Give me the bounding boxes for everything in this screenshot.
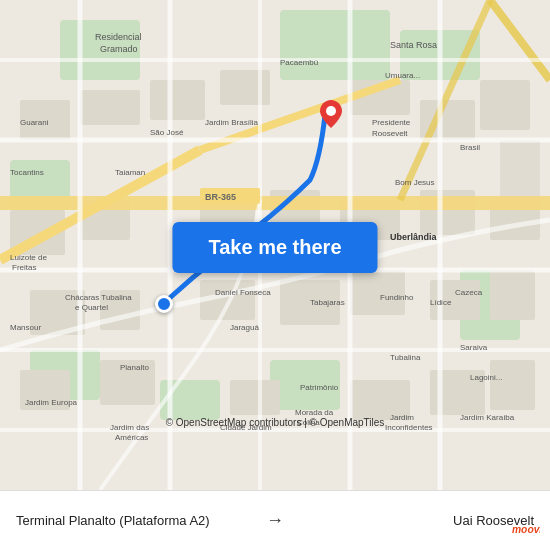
- svg-rect-34: [230, 380, 280, 415]
- svg-rect-12: [150, 80, 205, 120]
- svg-text:Jardim Brasília: Jardim Brasília: [205, 118, 258, 127]
- svg-text:Jaraguá: Jaraguá: [230, 323, 259, 332]
- svg-text:Planalto: Planalto: [120, 363, 149, 372]
- svg-text:Lídice: Lídice: [430, 298, 452, 307]
- svg-text:Daniel Fonseca: Daniel Fonseca: [215, 288, 271, 297]
- svg-text:Tocantins: Tocantins: [10, 168, 44, 177]
- svg-text:Saraiva: Saraiva: [460, 343, 488, 352]
- svg-text:Cazeca: Cazeca: [455, 288, 483, 297]
- svg-text:Chácaras Tubalina: Chácaras Tubalina: [65, 293, 132, 302]
- svg-text:Umuara...: Umuara...: [385, 71, 420, 80]
- bottom-bar: Terminal Planalto (Plataforma A2) → Uai …: [0, 490, 550, 550]
- destination-marker: [320, 100, 342, 128]
- svg-text:e Quartel: e Quartel: [75, 303, 108, 312]
- map-container: BR-365 Residencial Gramado Santa Rosa Gu…: [0, 0, 550, 490]
- origin-marker: [155, 295, 173, 313]
- svg-rect-37: [490, 360, 535, 410]
- svg-text:Roosevelt: Roosevelt: [372, 129, 408, 138]
- svg-text:Freitas: Freitas: [12, 263, 36, 272]
- from-label: Terminal Planalto (Plataforma A2): [16, 513, 256, 528]
- svg-point-97: [326, 106, 336, 116]
- svg-text:Santa Rosa: Santa Rosa: [390, 40, 437, 50]
- svg-text:Brasil: Brasil: [460, 143, 480, 152]
- svg-text:Patrimônio: Patrimônio: [300, 383, 339, 392]
- svg-rect-3: [280, 10, 390, 80]
- svg-text:Gramado: Gramado: [100, 44, 138, 54]
- svg-text:BR-365: BR-365: [205, 192, 236, 202]
- svg-text:Bom Jesus: Bom Jesus: [395, 178, 435, 187]
- svg-rect-16: [480, 80, 530, 130]
- svg-text:Tabajaras: Tabajaras: [310, 298, 345, 307]
- arrow-icon: →: [266, 510, 284, 531]
- svg-rect-13: [220, 70, 270, 105]
- svg-text:moovit: moovit: [512, 524, 540, 535]
- moovit-logo: moovit: [512, 515, 540, 546]
- svg-text:Residencial: Residencial: [95, 32, 142, 42]
- svg-text:Jardim Europa: Jardim Europa: [25, 398, 78, 407]
- svg-text:Mansour: Mansour: [10, 323, 41, 332]
- svg-rect-17: [500, 140, 540, 200]
- svg-text:Lagoini...: Lagoini...: [470, 373, 502, 382]
- svg-text:Américas: Américas: [115, 433, 148, 442]
- svg-text:Tubalina: Tubalina: [390, 353, 421, 362]
- svg-text:Presidente: Presidente: [372, 118, 411, 127]
- svg-text:Uberlândia: Uberlândia: [390, 232, 438, 242]
- svg-text:Luizote de: Luizote de: [10, 253, 47, 262]
- take-me-there-button[interactable]: Take me there: [172, 222, 377, 273]
- svg-text:Pacaembú: Pacaembú: [280, 58, 318, 67]
- svg-rect-11: [80, 90, 140, 125]
- map-attribution: © OpenStreetMap contributors | © OpenMap…: [0, 417, 550, 428]
- svg-text:São José: São José: [150, 128, 184, 137]
- svg-rect-31: [490, 270, 535, 320]
- svg-text:Morada da: Morada da: [295, 408, 334, 417]
- svg-text:Guarani: Guarani: [20, 118, 49, 127]
- svg-text:Taiaman: Taiaman: [115, 168, 145, 177]
- to-label: Uai Roosevelt: [294, 513, 534, 528]
- svg-text:Fundinho: Fundinho: [380, 293, 414, 302]
